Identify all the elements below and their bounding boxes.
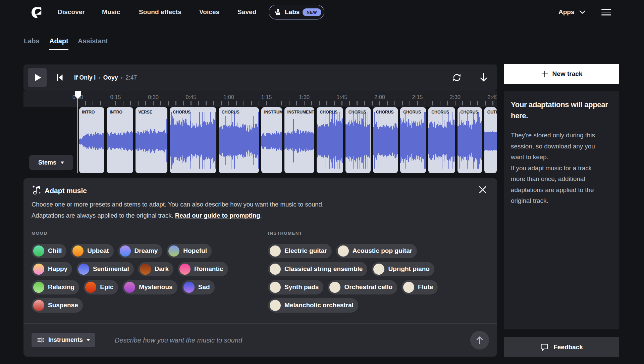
feedback-button[interactable]: Feedback	[504, 337, 619, 357]
ruler-tick	[410, 101, 410, 105]
feedback-label: Feedback	[553, 344, 583, 351]
prompting-guide-link[interactable]: Read our guide to prompting	[175, 212, 260, 219]
instrument-chip-acoustic-pop-guitar[interactable]: Acoustic pop guitar	[336, 244, 417, 258]
section-label: CHORUS	[376, 110, 394, 115]
section-card-chorus[interactable]: CHORUS	[317, 107, 343, 173]
chip-label: Romantic	[194, 265, 223, 273]
ruler-tick	[387, 101, 387, 105]
download-button[interactable]	[479, 73, 489, 83]
labs-new-badge: NEW	[303, 8, 321, 16]
menu-icon[interactable]	[601, 9, 611, 15]
instrument-chip-melancholic-orchestral[interactable]: Melancholic orchestral	[268, 298, 358, 313]
submit-prompt-button[interactable]	[470, 331, 489, 350]
ruler-tick	[266, 101, 267, 105]
ruler-tick	[160, 101, 161, 105]
ruler-tick	[221, 101, 221, 105]
adaptations-body: They're stored only during this session,…	[511, 130, 612, 207]
section-card-chorus[interactable]: CHORUS	[428, 107, 455, 173]
adapt-music-icon	[32, 185, 41, 195]
chip-label: Classical string ensemble	[284, 265, 363, 273]
epidemic-sound-logo[interactable]	[31, 6, 42, 18]
chip-color-circle	[338, 245, 349, 257]
track-artist: Ooyy	[103, 74, 118, 81]
stems-dropdown[interactable]: Stems	[29, 155, 73, 170]
instrument-chip-upright-piano[interactable]: Upright piano	[372, 262, 434, 276]
mood-chip-relaxing[interactable]: Relaxing	[32, 280, 79, 294]
mood-chip-epic[interactable]: Epic	[84, 280, 118, 294]
section-card-chorus[interactable]: CHORUS	[170, 107, 216, 173]
time-label: 1:45	[336, 94, 347, 100]
ruler-tick	[326, 101, 327, 105]
section-card-instrumental[interactable]: INSTRUMENTAL	[284, 107, 315, 173]
sliders-icon	[37, 336, 45, 344]
prompt-input[interactable]: Describe how you want the music to sound	[115, 335, 242, 346]
mood-chip-dreamy[interactable]: Dreamy	[118, 244, 163, 258]
section-card-outro[interactable]: OUTRO	[484, 107, 497, 173]
apps-menu-button[interactable]: Apps	[558, 8, 586, 16]
section-card-chorus[interactable]: CHORUS	[345, 107, 371, 173]
instrument-chip-flute[interactable]: Flute	[401, 280, 438, 294]
mood-chip-sentimental[interactable]: Sentimental	[76, 262, 134, 276]
mood-chip-suspense[interactable]: Suspense	[32, 298, 83, 313]
tab-assistant[interactable]: Assistant	[78, 37, 108, 45]
tab-labs[interactable]: Labs	[24, 37, 40, 45]
mood-chip-happy[interactable]: Happy	[32, 262, 72, 276]
mood-chip-mysterious[interactable]: Mysterious	[122, 280, 177, 294]
mood-chip-hopeful[interactable]: Hopeful	[167, 244, 212, 258]
triangle-down-icon	[87, 339, 90, 341]
ruler-tick	[379, 101, 380, 105]
waveform-graph	[373, 107, 398, 173]
ruler-tick	[477, 101, 478, 105]
section-card-chorus[interactable]: CHORUS	[219, 107, 259, 173]
time-label: 0:15	[110, 94, 121, 100]
nav-item-sound-effects[interactable]: Sound effects	[139, 8, 181, 16]
instrument-chip-classical-string-ensemble[interactable]: Classical string ensemble	[268, 262, 367, 276]
ruler-tick	[394, 101, 395, 105]
time-ruler[interactable]: 0:000:150:300:451:001:151:301:452:002:15…	[23, 91, 497, 107]
skip-back-button[interactable]	[56, 74, 64, 82]
ruler-tick	[455, 101, 455, 105]
chip-color-circle	[329, 282, 340, 293]
section-card-chorus[interactable]: CHORUS	[400, 107, 426, 173]
section-card-intro[interactable]: INTRO	[107, 107, 133, 173]
mood-chip-dark[interactable]: Dark	[138, 262, 173, 276]
loop-button[interactable]	[452, 73, 462, 83]
track-title: If Only I	[74, 74, 96, 81]
chip-color-circle	[33, 264, 44, 275]
mood-chip-upbeat[interactable]: Upbeat	[71, 244, 113, 258]
section-card-instrumental[interactable]: INSTRUMENTAL	[261, 107, 282, 173]
ruler-tick	[236, 101, 236, 105]
section-label: INTRO	[82, 110, 95, 115]
apps-label: Apps	[558, 8, 575, 16]
ruler-tick	[191, 101, 191, 105]
tab-adapt[interactable]: Adapt	[49, 37, 68, 45]
ruler-tick	[402, 101, 402, 105]
nav-item-voices[interactable]: Voices	[199, 8, 219, 16]
chip-label: Melancholic orchestral	[284, 301, 354, 309]
section-label: CHORUS	[403, 110, 421, 115]
mood-chip-sad[interactable]: Sad	[182, 280, 215, 294]
nav-labs-button[interactable]: Labs NEW	[269, 5, 324, 19]
section-card-intro[interactable]: INTRO	[79, 107, 105, 173]
section-label: CHORUS	[320, 110, 337, 115]
mood-chip-chill[interactable]: Chill	[32, 244, 66, 258]
nav-item-music[interactable]: Music	[102, 8, 120, 16]
new-track-button[interactable]: New track	[504, 64, 619, 84]
instrument-chip-electric-guitar[interactable]: Electric guitar	[268, 244, 332, 258]
chip-color-circle	[85, 282, 96, 293]
nav-item-discover[interactable]: Discover	[58, 8, 85, 16]
close-icon[interactable]	[478, 185, 487, 194]
section-card-chorus[interactable]: CHORUS	[458, 107, 482, 173]
ruler-tick	[85, 101, 86, 105]
chip-label: Mysterious	[139, 283, 172, 291]
playhead-line	[77, 91, 78, 173]
section-card-chorus[interactable]: CHORUS	[373, 107, 398, 173]
section-card-verse[interactable]: VERSE	[136, 107, 168, 173]
instruments-dropdown[interactable]: Instruments	[32, 333, 95, 347]
triangle-down-icon	[61, 162, 64, 164]
play-button[interactable]	[28, 68, 47, 87]
instrument-chip-synth-pads[interactable]: Synth pads	[268, 280, 323, 294]
nav-item-saved[interactable]: Saved	[237, 8, 256, 16]
mood-chip-romantic[interactable]: Romantic	[178, 262, 228, 276]
instrument-chip-orchestral-cello[interactable]: Orchestral cello	[328, 280, 397, 294]
